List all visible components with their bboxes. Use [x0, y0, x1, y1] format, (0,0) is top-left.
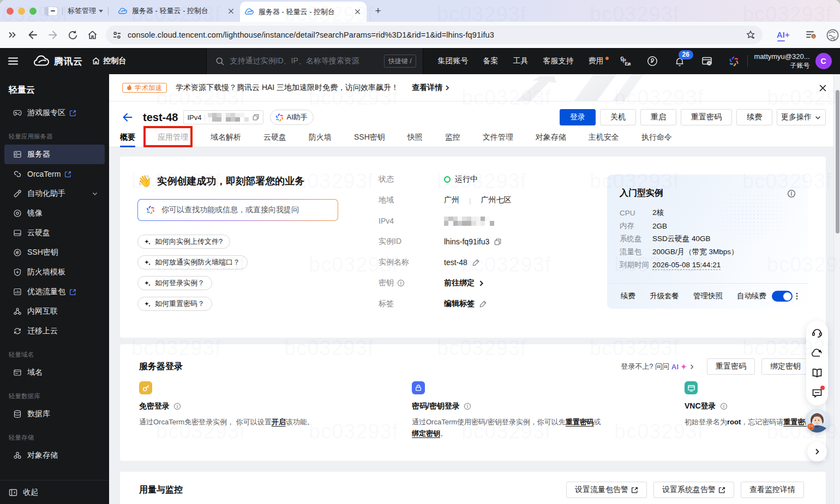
tab-close-icon[interactable] — [226, 7, 235, 15]
browser-tab[interactable]: 服务器 - 轻量云 - 控制台 — [113, 0, 240, 22]
docs-book-icon[interactable] — [811, 367, 823, 379]
hamburger-menu-icon[interactable] — [8, 56, 19, 67]
tab-域名解析[interactable]: 域名解析 — [211, 128, 241, 147]
sidebar-item-database[interactable]: 数据库 — [4, 404, 105, 424]
more-actions-button[interactable]: 更多操作 — [777, 109, 826, 125]
page-scrollbar[interactable] — [833, 74, 840, 504]
inline-link[interactable]: 开启 — [272, 418, 286, 426]
action-button-4[interactable]: 重置密码 — [681, 109, 732, 125]
sidebar-item-mirror[interactable]: 镜像 — [4, 203, 105, 223]
tab-主机安全[interactable]: 主机安全 — [589, 128, 619, 147]
global-search-input[interactable]: 支持通过实例ID、IP、名称等搜索资源 快捷键 / — [206, 48, 423, 74]
ai-avatar[interactable] — [805, 409, 829, 433]
browser-ai-button[interactable]: AI+ — [777, 30, 790, 40]
tencent-cloud-logo[interactable]: 腾讯云 — [34, 55, 83, 68]
nav-item-icp[interactable]: 备案 — [483, 56, 499, 66]
language-switch-icon[interactable]: 中En — [619, 55, 631, 67]
action-button-5[interactable]: 续费 — [736, 109, 772, 125]
profile-avatar-icon[interactable] — [826, 28, 839, 42]
cloud-bell-icon[interactable] — [811, 347, 823, 359]
tab-group-label[interactable]: 标签管理 — [68, 6, 103, 16]
bookmark-star-icon[interactable] — [745, 29, 756, 40]
info-icon[interactable] — [464, 403, 471, 410]
nav-item-support[interactable]: 客服支持 — [543, 56, 574, 66]
action-button-2[interactable]: 关机 — [600, 109, 636, 125]
sidebar-collapse-button[interactable]: 收起 — [0, 480, 109, 504]
console-settings-icon[interactable] — [701, 55, 713, 67]
sidebar-item-orcaterm[interactable]: OrcaTerm — [4, 164, 105, 184]
tab-close-icon[interactable] — [353, 8, 362, 16]
copy-icon[interactable] — [494, 238, 502, 246]
info-icon[interactable] — [173, 403, 181, 410]
close-window-button[interactable] — [7, 8, 14, 15]
sidebar-item-shield[interactable]: 防火墙模板 — [4, 262, 105, 282]
sidebar-item-traffic[interactable]: 优选流量包 — [4, 282, 105, 302]
sidebar-item-migrate[interactable]: 迁移上云 — [4, 321, 105, 341]
suggested-question-pill[interactable]: 如何重置密码？ — [137, 297, 212, 311]
sidebar-item-disk[interactable]: 云硬盘 — [4, 223, 105, 243]
more-menu-icon[interactable] — [793, 292, 801, 301]
login-action-button-2[interactable]: 绑定密钥 — [761, 358, 809, 375]
inline-link[interactable]: 绑定密钥 — [412, 429, 440, 437]
url-bar[interactable]: console.cloud.tencent.com/lighthouse/ins… — [106, 26, 763, 44]
action-button-1[interactable]: 登录 — [560, 109, 596, 125]
back-arrow-button[interactable] — [121, 111, 134, 124]
new-tab-button[interactable]: + — [371, 4, 385, 18]
tab-概要[interactable]: 概要 — [120, 128, 135, 147]
minimize-window-button[interactable] — [18, 8, 25, 15]
account-info[interactable]: mattymyu@320... 子账号 — [754, 52, 810, 70]
customer-service-icon[interactable] — [811, 327, 823, 339]
feedback-chat-icon[interactable] — [811, 387, 823, 399]
login-action-button-1[interactable]: 重置密码 — [707, 358, 755, 375]
sidebar-item-server[interactable]: 服务器 — [4, 145, 105, 164]
tab-执行命令[interactable]: 执行命令 — [641, 128, 672, 147]
sidebar-item-domain[interactable]: 域名 — [4, 363, 105, 382]
site-settings-icon[interactable] — [112, 30, 122, 40]
forward-button[interactable] — [47, 29, 59, 41]
edit-pencil-icon[interactable] — [479, 299, 488, 308]
browser-tab[interactable]: 服务器 - 轻量云 - 控制台 — [240, 2, 367, 22]
action-button-3[interactable]: 重启 — [640, 109, 676, 125]
suggested-question-pill[interactable]: 如何放通实例防火墙端口？ — [137, 255, 248, 269]
sidebar-item-sshkey[interactable]: SSH密钥 — [4, 243, 105, 262]
usage-button-2[interactable]: 设置系统盘告警 — [653, 482, 734, 498]
usage-button-1[interactable]: 设置流量包告警 — [566, 482, 647, 498]
nav-item-tools[interactable]: 工具 — [513, 56, 529, 66]
edit-tags-link[interactable]: 编辑标签 — [444, 299, 475, 309]
tab-防火墙[interactable]: 防火墙 — [309, 128, 332, 147]
sidebar-item-cos[interactable]: 对象存储 — [4, 446, 105, 465]
usage-button-3[interactable]: 查看监控详情 — [741, 482, 804, 498]
auto-renew-toggle[interactable] — [772, 291, 793, 302]
footer-link-2[interactable]: 升级套餐 — [650, 291, 679, 301]
footer-link-1[interactable]: 续费 — [621, 291, 635, 301]
back-button[interactable] — [27, 29, 39, 41]
zoom-window-button[interactable] — [29, 8, 37, 15]
ask-ai-link[interactable]: 登录不上? 问问 AI✦ — [621, 362, 695, 371]
tab-对象存储[interactable]: 对象存储 — [536, 128, 566, 147]
tab-search-icon[interactable] — [45, 7, 57, 15]
account-avatar[interactable]: C — [815, 53, 832, 69]
home-button[interactable] — [87, 29, 98, 41]
console-home-link[interactable]: 控制台 — [92, 56, 127, 66]
info-icon[interactable] — [787, 189, 796, 198]
inline-link[interactable]: 重置密码 — [566, 418, 594, 426]
edit-pencil-icon[interactable] — [472, 258, 481, 267]
tab-云硬盘[interactable]: 云硬盘 — [263, 128, 286, 147]
nav-item-billing[interactable]: 费用 — [589, 56, 604, 66]
ai-search-input[interactable]: 你可以查找功能或信息，或直接向我提问 — [137, 199, 338, 221]
banner-close-icon[interactable] — [817, 82, 828, 93]
reading-list-icon[interactable] — [805, 28, 818, 41]
notification-bell-icon[interactable]: 26 — [674, 55, 686, 67]
expand-chevron-button[interactable] — [807, 442, 827, 461]
suggested-question-pill[interactable]: 如何向实例上传文件? — [137, 235, 230, 249]
banner-detail-link[interactable]: 查看详情 — [412, 83, 451, 93]
sidebar-item-network[interactable]: 内网互联 — [4, 302, 105, 321]
tab-监控[interactable]: 监控 — [445, 128, 460, 147]
community-icon[interactable] — [646, 55, 658, 67]
nav-item-group-account[interactable]: 集团账号 — [438, 56, 469, 66]
ai-assistant-pinwheel-icon[interactable] — [728, 56, 740, 67]
tab-文件管理[interactable]: 文件管理 — [483, 128, 513, 147]
ai-assistant-button[interactable]: AI助手 — [270, 110, 314, 125]
info-icon[interactable] — [397, 279, 405, 287]
tab-应用管理[interactable]: 应用管理 — [158, 128, 188, 147]
